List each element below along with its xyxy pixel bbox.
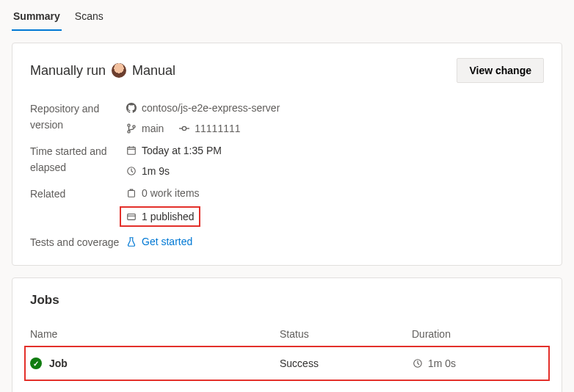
job-status: Success — [280, 357, 412, 369]
github-icon — [126, 102, 137, 114]
repo-link[interactable]: contoso/js-e2e-express-server — [142, 101, 280, 115]
time-started: Today at 1:35 PM — [142, 143, 222, 158]
label-tests: Tests and coverage — [30, 234, 126, 250]
published-highlight: 1 published — [120, 206, 200, 227]
jobs-card: Jobs Name Status Duration Job Success 1m… — [12, 277, 562, 392]
view-change-button[interactable]: View change — [457, 58, 544, 83]
work-items-link[interactable]: 0 work items — [142, 186, 200, 200]
svg-point-1 — [128, 131, 130, 133]
time-elapsed: 1m 9s — [142, 164, 170, 178]
commit-link[interactable]: 11111111 — [195, 121, 240, 136]
tabs: Summary Scans — [0, 0, 574, 31]
artifact-icon — [126, 211, 137, 222]
success-icon — [30, 357, 42, 369]
run-title: Manually run Manual — [30, 63, 175, 79]
avatar — [112, 63, 126, 78]
col-duration: Duration — [412, 328, 544, 340]
clock-icon — [412, 357, 424, 369]
summary-card: Manually run Manual View change Reposito… — [12, 43, 562, 266]
svg-rect-12 — [128, 214, 136, 220]
run-trigger: Manual — [132, 63, 175, 79]
label-time: Time started and elapsed — [30, 143, 126, 175]
tab-summary[interactable]: Summary — [12, 3, 62, 31]
workitem-icon — [126, 187, 137, 199]
beaker-icon — [126, 236, 137, 247]
svg-point-2 — [133, 126, 135, 128]
clock-icon — [126, 165, 137, 177]
calendar-icon — [126, 145, 137, 156]
svg-point-3 — [183, 126, 186, 130]
svg-rect-11 — [128, 191, 135, 197]
job-name-text: Job — [49, 357, 68, 369]
col-status: Status — [280, 328, 412, 340]
commit-icon — [178, 123, 190, 134]
job-row[interactable]: Job Success 1m 0s — [24, 346, 550, 381]
job-duration: 1m 0s — [428, 357, 456, 369]
jobs-title: Jobs — [30, 293, 544, 308]
svg-point-0 — [128, 124, 130, 126]
branch-link[interactable]: main — [142, 121, 164, 136]
published-link[interactable]: 1 published — [142, 209, 195, 224]
branch-icon — [126, 123, 137, 134]
col-name: Name — [30, 328, 280, 340]
tests-get-started-link[interactable]: Get started — [142, 234, 192, 249]
label-repo: Repository and version — [30, 101, 126, 133]
run-prefix: Manually run — [30, 63, 106, 79]
svg-rect-6 — [128, 148, 136, 155]
tab-scans[interactable]: Scans — [73, 3, 105, 31]
label-related: Related — [30, 186, 126, 202]
